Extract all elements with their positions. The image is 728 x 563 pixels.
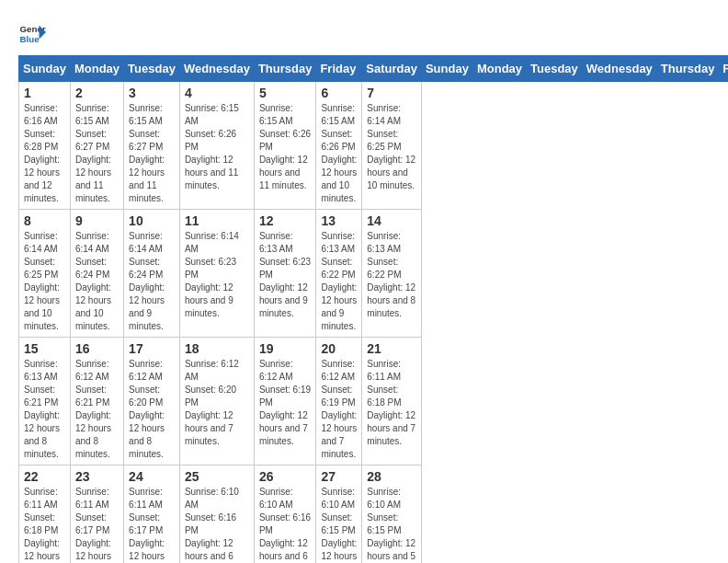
day-number: 13 xyxy=(321,213,357,228)
day-number: 25 xyxy=(185,469,249,484)
calendar-header-row: SundayMondayTuesdayWednesdayThursdayFrid… xyxy=(19,56,729,82)
calendar-day-cell: 27Sunrise: 6:10 AMSunset: 6:15 PMDayligh… xyxy=(316,465,362,564)
day-number: 19 xyxy=(259,341,312,356)
day-info: Sunrise: 6:15 AMSunset: 6:26 PMDaylight:… xyxy=(185,102,249,192)
day-number: 27 xyxy=(321,469,357,484)
day-info: Sunrise: 6:13 AMSunset: 6:21 PMDaylight:… xyxy=(24,358,65,461)
calendar-day-cell: 15Sunrise: 6:13 AMSunset: 6:21 PMDayligh… xyxy=(19,338,71,465)
day-number: 11 xyxy=(185,213,249,228)
day-of-week-header: Monday xyxy=(472,56,526,82)
calendar-day-cell: 18Sunrise: 6:12 AMSunset: 6:20 PMDayligh… xyxy=(179,338,254,465)
day-info: Sunrise: 6:10 AMSunset: 6:15 PMDaylight:… xyxy=(367,486,416,563)
day-of-week-header: Thursday xyxy=(656,56,719,82)
page-header: General Blue xyxy=(18,18,710,46)
day-info: Sunrise: 6:11 AMSunset: 6:18 PMDaylight:… xyxy=(24,486,65,563)
calendar-day-cell: 25Sunrise: 6:10 AMSunset: 6:16 PMDayligh… xyxy=(179,465,254,564)
day-info: Sunrise: 6:12 AMSunset: 6:21 PMDaylight:… xyxy=(75,358,119,461)
day-info: Sunrise: 6:14 AMSunset: 6:23 PMDaylight:… xyxy=(185,230,249,320)
day-info: Sunrise: 6:14 AMSunset: 6:24 PMDaylight:… xyxy=(129,230,175,333)
day-number: 23 xyxy=(75,469,119,484)
day-info: Sunrise: 6:11 AMSunset: 6:17 PMDaylight:… xyxy=(75,486,119,563)
day-info: Sunrise: 6:12 AMSunset: 6:19 PMDaylight:… xyxy=(321,358,357,461)
calendar-day-cell: 23Sunrise: 6:11 AMSunset: 6:17 PMDayligh… xyxy=(70,465,123,564)
calendar-day-cell: 1Sunrise: 6:16 AMSunset: 6:28 PMDaylight… xyxy=(19,82,71,210)
day-of-week-header: Saturday xyxy=(362,56,422,82)
day-info: Sunrise: 6:14 AMSunset: 6:24 PMDaylight:… xyxy=(75,230,119,333)
day-number: 12 xyxy=(259,213,312,228)
day-of-week-header: Sunday xyxy=(421,56,472,82)
day-info: Sunrise: 6:13 AMSunset: 6:23 PMDaylight:… xyxy=(259,230,312,320)
calendar-day-cell: 3Sunrise: 6:15 AMSunset: 6:27 PMDaylight… xyxy=(124,82,180,210)
day-of-week-header: Tuesday xyxy=(527,56,583,82)
day-of-week-header: Monday xyxy=(70,56,123,82)
calendar-week-row: 1Sunrise: 6:16 AMSunset: 6:28 PMDaylight… xyxy=(19,82,729,210)
day-number: 26 xyxy=(259,469,312,484)
day-info: Sunrise: 6:10 AMSunset: 6:16 PMDaylight:… xyxy=(259,486,312,563)
day-number: 3 xyxy=(129,86,175,100)
calendar-week-row: 22Sunrise: 6:11 AMSunset: 6:18 PMDayligh… xyxy=(19,465,729,564)
day-info: Sunrise: 6:12 AMSunset: 6:20 PMDaylight:… xyxy=(129,358,175,461)
calendar-day-cell: 12Sunrise: 6:13 AMSunset: 6:23 PMDayligh… xyxy=(254,210,316,338)
day-info: Sunrise: 6:11 AMSunset: 6:17 PMDaylight:… xyxy=(129,486,175,563)
calendar-table: SundayMondayTuesdayWednesdayThursdayFrid… xyxy=(18,55,728,563)
calendar-day-cell: 28Sunrise: 6:10 AMSunset: 6:15 PMDayligh… xyxy=(362,465,422,564)
calendar-day-cell: 10Sunrise: 6:14 AMSunset: 6:24 PMDayligh… xyxy=(124,210,180,338)
calendar-week-row: 8Sunrise: 6:14 AMSunset: 6:25 PMDaylight… xyxy=(19,210,729,338)
day-number: 16 xyxy=(75,341,119,356)
calendar-day-cell: 21Sunrise: 6:11 AMSunset: 6:18 PMDayligh… xyxy=(362,338,422,465)
calendar-day-cell: 11Sunrise: 6:14 AMSunset: 6:23 PMDayligh… xyxy=(179,210,254,338)
calendar-day-cell: 13Sunrise: 6:13 AMSunset: 6:22 PMDayligh… xyxy=(316,210,362,338)
day-info: Sunrise: 6:15 AMSunset: 6:27 PMDaylight:… xyxy=(129,102,175,205)
day-number: 9 xyxy=(75,213,119,228)
day-number: 6 xyxy=(321,86,357,100)
day-of-week-header: Sunday xyxy=(19,56,71,82)
day-info: Sunrise: 6:10 AMSunset: 6:16 PMDaylight:… xyxy=(185,486,249,563)
day-info: Sunrise: 6:16 AMSunset: 6:28 PMDaylight:… xyxy=(24,102,65,205)
day-info: Sunrise: 6:13 AMSunset: 6:22 PMDaylight:… xyxy=(321,230,357,333)
calendar-day-cell: 19Sunrise: 6:12 AMSunset: 6:19 PMDayligh… xyxy=(254,338,316,465)
day-number: 7 xyxy=(367,86,416,100)
day-info: Sunrise: 6:10 AMSunset: 6:15 PMDaylight:… xyxy=(321,486,357,563)
calendar-day-cell: 8Sunrise: 6:14 AMSunset: 6:25 PMDaylight… xyxy=(19,210,71,338)
svg-text:Blue: Blue xyxy=(20,34,40,44)
day-info: Sunrise: 6:15 AMSunset: 6:26 PMDaylight:… xyxy=(321,102,357,205)
calendar-day-cell: 6Sunrise: 6:15 AMSunset: 6:26 PMDaylight… xyxy=(316,82,362,210)
calendar-week-row: 15Sunrise: 6:13 AMSunset: 6:21 PMDayligh… xyxy=(19,338,729,465)
day-info: Sunrise: 6:15 AMSunset: 6:26 PMDaylight:… xyxy=(259,102,312,192)
day-number: 20 xyxy=(321,341,357,356)
day-number: 4 xyxy=(185,86,249,100)
day-info: Sunrise: 6:13 AMSunset: 6:22 PMDaylight:… xyxy=(367,230,416,320)
day-number: 1 xyxy=(24,86,65,100)
day-info: Sunrise: 6:12 AMSunset: 6:20 PMDaylight:… xyxy=(185,358,249,448)
day-number: 8 xyxy=(24,213,65,228)
day-number: 28 xyxy=(367,469,416,484)
day-number: 10 xyxy=(129,213,175,228)
day-number: 22 xyxy=(24,469,65,484)
calendar-day-cell: 14Sunrise: 6:13 AMSunset: 6:22 PMDayligh… xyxy=(362,210,422,338)
day-of-week-header: Tuesday xyxy=(124,56,180,82)
day-number: 15 xyxy=(24,341,65,356)
day-number: 18 xyxy=(185,341,249,356)
day-info: Sunrise: 6:14 AMSunset: 6:25 PMDaylight:… xyxy=(367,102,416,192)
calendar-day-cell: 5Sunrise: 6:15 AMSunset: 6:26 PMDaylight… xyxy=(254,82,316,210)
day-number: 2 xyxy=(75,86,119,100)
calendar-day-cell: 2Sunrise: 6:15 AMSunset: 6:27 PMDaylight… xyxy=(70,82,123,210)
calendar-day-cell: 26Sunrise: 6:10 AMSunset: 6:16 PMDayligh… xyxy=(254,465,316,564)
day-of-week-header: Friday xyxy=(719,56,728,82)
day-number: 5 xyxy=(259,86,312,100)
day-of-week-header: Thursday xyxy=(254,56,316,82)
day-info: Sunrise: 6:12 AMSunset: 6:19 PMDaylight:… xyxy=(259,358,312,448)
calendar-day-cell: 24Sunrise: 6:11 AMSunset: 6:17 PMDayligh… xyxy=(124,465,180,564)
calendar-day-cell: 22Sunrise: 6:11 AMSunset: 6:18 PMDayligh… xyxy=(19,465,71,564)
day-of-week-header: Friday xyxy=(316,56,362,82)
calendar-day-cell: 7Sunrise: 6:14 AMSunset: 6:25 PMDaylight… xyxy=(362,82,422,210)
calendar-day-cell: 4Sunrise: 6:15 AMSunset: 6:26 PMDaylight… xyxy=(179,82,254,210)
day-number: 14 xyxy=(367,213,416,228)
day-number: 17 xyxy=(129,341,175,356)
calendar-day-cell: 16Sunrise: 6:12 AMSunset: 6:21 PMDayligh… xyxy=(70,338,123,465)
day-number: 21 xyxy=(367,341,416,356)
day-number: 24 xyxy=(129,469,175,484)
logo-icon: General Blue xyxy=(18,18,46,46)
calendar-day-cell: 20Sunrise: 6:12 AMSunset: 6:19 PMDayligh… xyxy=(316,338,362,465)
day-of-week-header: Wednesday xyxy=(582,56,656,82)
